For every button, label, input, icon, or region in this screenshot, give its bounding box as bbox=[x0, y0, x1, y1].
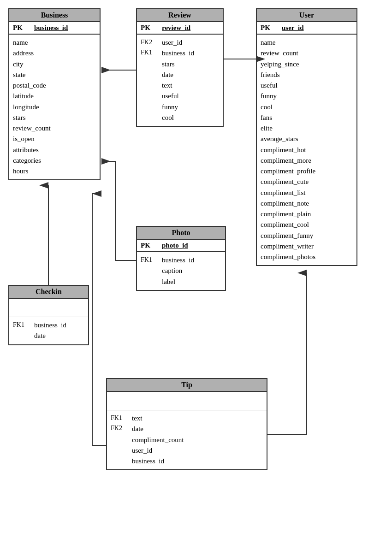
photo-fk-section: FK1 business_id caption label bbox=[137, 252, 225, 290]
field: useful bbox=[261, 80, 353, 91]
tip-to-business-arrow bbox=[92, 194, 106, 445]
field: hours bbox=[13, 166, 96, 177]
field: caption bbox=[162, 266, 194, 276]
field: state bbox=[13, 70, 96, 80]
review-pk-row: PK review_id bbox=[137, 22, 223, 35]
field: postal_code bbox=[13, 80, 96, 91]
business-pk-field: business_id bbox=[34, 24, 68, 32]
field: review_count bbox=[261, 48, 353, 59]
field: text bbox=[162, 80, 194, 91]
field: average_stars bbox=[261, 134, 353, 144]
business-entity: Business PK business_id name address cit… bbox=[8, 8, 101, 180]
fk-label: FK2 bbox=[111, 423, 128, 433]
field: useful bbox=[162, 91, 194, 101]
field: compliment_cool bbox=[261, 219, 353, 230]
field: user_id bbox=[162, 37, 194, 48]
business-title: Business bbox=[9, 9, 100, 22]
field: compliment_writer bbox=[261, 241, 353, 252]
user-title: User bbox=[257, 9, 356, 22]
checkin-fk-labels: FK1 bbox=[13, 320, 30, 342]
field: name bbox=[261, 37, 353, 48]
fk-label: FK2 bbox=[141, 37, 158, 47]
field: cool bbox=[162, 112, 194, 123]
review-fk-fields: user_id business_id stars date text usef… bbox=[162, 37, 194, 123]
user-pk-row: PK user_id bbox=[257, 22, 356, 35]
photo-to-business-arrow bbox=[101, 161, 136, 260]
tip-fk-labels: FK1 FK2 bbox=[111, 413, 128, 467]
field: compliment_cute bbox=[261, 177, 353, 187]
field: business_id bbox=[132, 456, 184, 467]
erd-diagram: Business PK business_id name address cit… bbox=[0, 0, 392, 538]
field: date bbox=[34, 331, 66, 341]
field: business_id bbox=[34, 320, 66, 331]
field: funny bbox=[162, 102, 194, 112]
field: compliment_plain bbox=[261, 209, 353, 219]
review-title: Review bbox=[137, 9, 223, 22]
field: business_id bbox=[162, 255, 194, 266]
photo-entity: Photo PK photo_id FK1 business_id captio… bbox=[136, 226, 226, 291]
field: compliment_hot bbox=[261, 145, 353, 155]
checkin-fk-fields: business_id date bbox=[34, 320, 66, 342]
fk-label: FK1 bbox=[111, 413, 128, 423]
tip-empty-top bbox=[107, 392, 267, 410]
field: city bbox=[13, 59, 96, 70]
tip-entity: Tip FK1 FK2 text date compliment_count u… bbox=[106, 378, 267, 470]
field: address bbox=[13, 48, 96, 59]
field: user_id bbox=[132, 445, 184, 456]
field: cool bbox=[261, 102, 353, 112]
field: compliment_photos bbox=[261, 252, 353, 262]
business-pk-label: PK bbox=[13, 24, 27, 32]
field: attributes bbox=[13, 145, 96, 155]
user-entity: User PK user_id name review_count yelpin… bbox=[256, 8, 357, 266]
tip-title: Tip bbox=[107, 379, 267, 392]
business-pk-row: PK business_id bbox=[9, 22, 100, 35]
field: friends bbox=[261, 70, 353, 80]
user-fields: name review_count yelping_since friends … bbox=[257, 35, 356, 265]
review-fk-section: FK2 FK1 user_id business_id stars date t… bbox=[137, 35, 223, 126]
field: yelping_since bbox=[261, 59, 353, 70]
checkin-fk-section: FK1 business_id date bbox=[9, 317, 88, 344]
fk-label: FK1 bbox=[13, 320, 30, 330]
field: label bbox=[162, 277, 194, 287]
field: is_open bbox=[13, 134, 96, 144]
tip-fk-section: FK1 FK2 text date compliment_count user_… bbox=[107, 410, 267, 469]
field: text bbox=[132, 413, 184, 424]
checkin-title: Checkin bbox=[9, 286, 88, 299]
fk-label: FK1 bbox=[141, 47, 158, 58]
field: compliment_funny bbox=[261, 231, 353, 241]
checkin-entity: Checkin FK1 business_id date bbox=[8, 285, 89, 345]
user-pk-label: PK bbox=[261, 24, 274, 32]
review-pk-label: PK bbox=[141, 24, 154, 32]
field: business_id bbox=[162, 48, 194, 59]
business-fields: name address city state postal_code lati… bbox=[9, 35, 100, 179]
field: date bbox=[132, 424, 184, 434]
field: compliment_count bbox=[132, 435, 184, 445]
review-fk-labels: FK2 FK1 bbox=[141, 37, 158, 123]
field: stars bbox=[13, 112, 96, 123]
field: date bbox=[162, 70, 194, 80]
photo-pk-field: photo_id bbox=[162, 242, 188, 249]
field: compliment_more bbox=[261, 155, 353, 166]
fk-label: FK1 bbox=[141, 255, 158, 265]
field: latitude bbox=[13, 91, 96, 101]
field: compliment_list bbox=[261, 188, 353, 198]
review-pk-field: review_id bbox=[162, 24, 190, 32]
field: compliment_note bbox=[261, 198, 353, 209]
field: name bbox=[13, 37, 96, 48]
field: fans bbox=[261, 112, 353, 123]
field: review_count bbox=[13, 123, 96, 134]
field: categories bbox=[13, 155, 96, 166]
tip-fk-fields: text date compliment_count user_id busin… bbox=[132, 413, 184, 467]
checkin-empty-top bbox=[9, 299, 88, 317]
review-entity: Review PK review_id FK2 FK1 user_id busi… bbox=[136, 8, 224, 127]
photo-pk-row: PK photo_id bbox=[137, 240, 225, 252]
field: compliment_profile bbox=[261, 166, 353, 177]
photo-pk-label: PK bbox=[141, 242, 154, 249]
tip-to-user-arrow bbox=[267, 273, 307, 434]
user-pk-field: user_id bbox=[282, 24, 304, 32]
field: elite bbox=[261, 123, 353, 134]
field: funny bbox=[261, 91, 353, 101]
field: stars bbox=[162, 59, 194, 70]
photo-title: Photo bbox=[137, 227, 225, 240]
field: longitude bbox=[13, 102, 96, 112]
